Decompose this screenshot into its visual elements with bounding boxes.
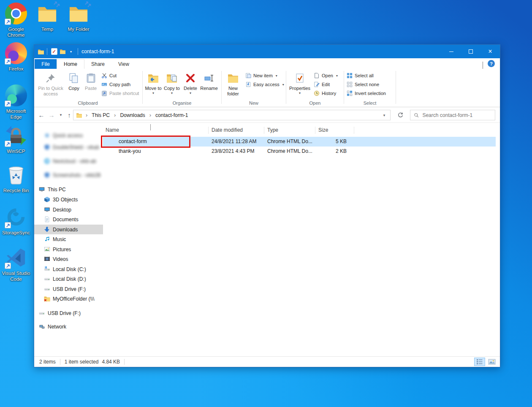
address-dropdown-chevron[interactable]: ▾ [378,110,390,120]
desktop-icon-temp[interactable]: Temp [32,3,62,32]
usb-drive-icon [38,310,45,316]
close-button[interactable]: × [480,45,500,58]
desktop-icon-microsoft-edge[interactable]: Microsoft Edge [1,84,31,120]
column-header-type[interactable]: Type [267,127,278,133]
qat-new-folder-button[interactable] [58,47,67,56]
maximize-button[interactable] [461,45,480,58]
column-header-size[interactable]: Size [318,127,328,133]
desktop-icon-winscp[interactable]: WinSCP [1,125,31,154]
select-all-button[interactable]: Select all [347,71,374,80]
sidebar-item-pinned-1[interactable]: DoubleShield - vikab [34,142,103,152]
large-icons-view-button[interactable] [486,358,497,366]
file-name: thank-you [119,148,141,154]
history-button[interactable]: History [314,89,336,98]
sidebar-item-local-disk-d[interactable]: Local Disk (D:) [34,274,103,284]
minimize-button[interactable] [442,45,461,58]
sidebar-item-this-pc[interactable]: This PC [34,185,103,194]
sidebar-item-pictures[interactable]: Pictures [34,244,103,254]
new-folder-button[interactable]: New folder [223,71,243,97]
qat-properties-button[interactable]: ✓ [50,47,58,56]
open-button[interactable]: Open▾ [314,71,338,80]
select-none-icon [347,81,353,87]
invert-selection-button[interactable]: Invert selection [347,89,386,98]
breadcrumb-downloads[interactable]: Downloads [119,112,146,118]
search-box[interactable] [410,110,495,120]
paste-icon [86,71,96,86]
network-icon [38,323,45,330]
titlebar[interactable]: ✓ ▾ contact-form-1 × [34,45,500,58]
sidebar-item-videos[interactable]: Videos [34,254,103,264]
paste-button[interactable]: Paste [82,71,99,91]
open-group-label: Open [287,100,343,106]
rename-button[interactable]: Rename [199,71,219,91]
recent-locations-dropdown[interactable]: ▾ [56,110,65,119]
column-header-date-modified[interactable]: Date modified [212,127,243,133]
desktop-icon-firefox[interactable]: Firefox [1,42,31,72]
shortcut-arrow-icon [5,19,11,25]
shield-icon [44,144,50,150]
select-none-button[interactable]: Select none [347,80,379,89]
properties-button[interactable]: Properties▾ [288,71,311,95]
titlebar-separator [78,48,78,55]
delete-button[interactable]: Delete▾ [182,71,199,95]
back-button[interactable]: ← [37,110,46,119]
forward-button[interactable]: → [47,110,56,119]
main-content: Quick access DoubleShield - vikab Nextcl… [34,123,500,356]
sidebar-item-pinned-3[interactable]: Screenshots - vikb2B [34,170,103,180]
qat-customize-dropdown[interactable]: ▾ [67,47,75,56]
sidebar-item-network[interactable]: Network [34,322,103,331]
items-count: 2 items [39,359,56,365]
sidebar-item-usb-drive-f[interactable]: USB Drive (F:) [34,284,103,294]
rename-icon [204,71,214,86]
desktop-icon-visual-studio-code[interactable]: Visual Studio Code [0,247,32,282]
column-header-name[interactable]: Name [106,127,119,133]
desktop-icon-my-folder[interactable]: My Folder [63,3,94,32]
sidebar-item-myofficefolder[interactable]: MyOfficeFolder (\\\ [34,294,103,304]
breadcrumb-current-folder[interactable]: contact-form-1 [155,112,189,118]
cut-button[interactable]: Cut [101,71,117,80]
copy-to-button[interactable]: Copy to▾ [163,71,180,95]
sidebar-item-pinned-2[interactable]: Nextcloud - vikb-ab [34,156,103,166]
new-item-button[interactable]: New item▾ [245,71,277,80]
desktop-icon-recycle-bin[interactable]: Recycle Bin [1,164,31,193]
sidebar-item-documents[interactable]: Documents [34,214,103,224]
storagesync-icon [5,206,27,228]
sidebar-item-music[interactable]: Music [34,234,103,244]
tab-file[interactable]: File [35,59,57,69]
sidebar-item-local-disk-c[interactable]: Local Disk (C:) [34,264,103,274]
breadcrumb[interactable]: › This PC › Downloads › contact-form-1 ▾ [73,110,391,120]
file-row-thank-you[interactable]: thank-you 23/8/2021 4:43 PM Chrome HTML … [103,147,496,156]
help-icon[interactable]: ? [488,60,495,67]
desktop-icon-label: Microsoft Edge [1,108,31,120]
videos-icon [44,256,50,262]
search-input[interactable] [422,112,491,118]
copy-button[interactable]: Copy [65,71,82,91]
up-button[interactable]: ↑ [65,110,74,119]
sidebar-item-3d-objects[interactable]: 3D Objects [34,195,103,204]
desktop-icon-storagesync[interactable]: StorageSync [0,206,32,236]
search-icon [414,112,419,118]
tab-share[interactable]: Share [84,59,111,69]
edit-button[interactable]: Edit [314,80,330,89]
ribbon-separator [396,71,396,104]
move-to-button[interactable]: Move to▾ [145,71,162,95]
sidebar-item-usb-drive-f-root[interactable]: USB Drive (F:) [34,308,103,318]
sidebar-item-desktop[interactable]: Desktop [34,205,103,214]
tab-home[interactable]: Home [57,59,84,69]
sidebar-item-quick-access[interactable]: Quick access [34,130,103,140]
documents-icon [44,216,50,222]
tab-view[interactable]: View [111,59,136,69]
easy-access-button[interactable]: Easy access▾ [245,80,284,89]
selection-count: 1 item selected [65,359,99,365]
paste-shortcut-button[interactable]: Paste shortcut [101,89,139,98]
breadcrumb-this-pc[interactable]: This PC [91,112,111,118]
refresh-button[interactable] [394,110,407,120]
details-view-button[interactable] [474,358,485,366]
sidebar-item-downloads[interactable]: Downloads [34,225,103,234]
local-disk-icon [44,266,50,272]
new-group-label: New [222,100,285,106]
copy-path-button[interactable]: Copy path [101,80,130,89]
desktop-icon-google-chrome[interactable]: Google Chrome [1,3,31,38]
pin-to-quick-access-button[interactable]: Pin to Quick access [37,71,65,97]
file-list: Name Date modified Type Size contact-for… [103,123,500,356]
